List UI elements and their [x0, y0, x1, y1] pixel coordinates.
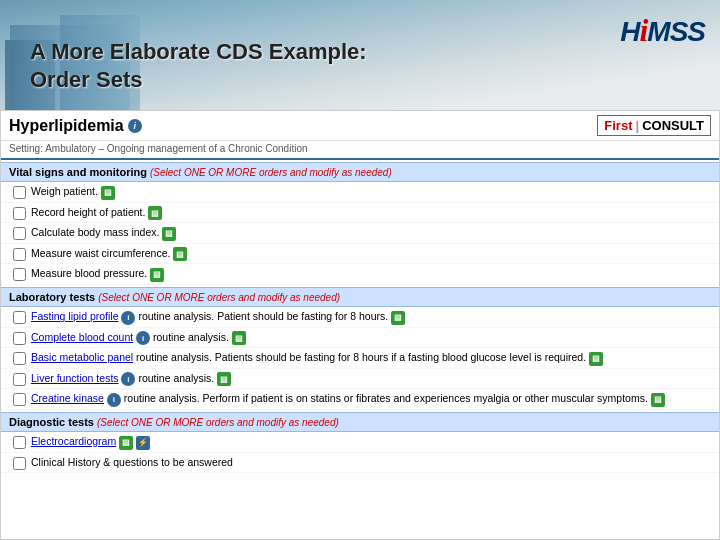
checkbox-ck[interactable]	[13, 393, 26, 406]
info-icon-lipid[interactable]: i	[121, 311, 135, 325]
content-area[interactable]: Hyperlipidemia i First | CONSULT Setting…	[0, 110, 720, 540]
condition-title: Hyperlipidemia i	[9, 117, 142, 135]
order-bmp: Basic metabolic panel routine analysis. …	[1, 348, 719, 369]
doc-icon-cbc[interactable]: ▤	[232, 331, 246, 345]
condition-setting: Setting: Ambulatory – Ongoing management…	[9, 143, 308, 154]
header-title-line1: A More Elaborate CDS Example:	[30, 38, 367, 67]
order-lft: Liver function tests i routine analysis.…	[1, 369, 719, 390]
himss-logo: HiMSS	[620, 12, 705, 49]
order-weigh-patient: Weigh patient. ▤	[1, 182, 719, 203]
checkbox-cbc[interactable]	[13, 332, 26, 345]
order-record-height: Record height of patient. ▤	[1, 203, 719, 224]
checkbox-weigh-patient[interactable]	[13, 186, 26, 199]
doc-icon-ck[interactable]: ▤	[651, 393, 665, 407]
checkbox-record-height[interactable]	[13, 207, 26, 220]
info-icon-ck[interactable]: i	[107, 393, 121, 407]
first-consult-consult: CONSULT	[642, 118, 704, 133]
doc-icon-height[interactable]: ▤	[148, 206, 162, 220]
order-lipid-profile: Fasting lipid profile i routine analysis…	[1, 307, 719, 328]
order-clinical-history: Clinical History & questions to be answe…	[1, 453, 719, 473]
setting-bar: Setting: Ambulatory – Ongoing management…	[1, 141, 719, 160]
doc-icon-lipid[interactable]: ▤	[391, 311, 405, 325]
condition-info-icon[interactable]: i	[128, 119, 142, 133]
section-lab-tests-header: Laboratory tests (Select ONE OR MORE ord…	[1, 287, 719, 307]
order-blood-pressure: Measure blood pressure. ▤	[1, 264, 719, 285]
first-consult-divider: |	[635, 118, 639, 133]
doc-icon-bmp[interactable]: ▤	[589, 352, 603, 366]
doc-icon-weigh[interactable]: ▤	[101, 186, 115, 200]
first-consult-first: First	[604, 118, 632, 133]
checkbox-lipid-profile[interactable]	[13, 311, 26, 324]
header-title-line2: Order Sets	[30, 66, 367, 95]
header-title: A More Elaborate CDS Example: Order Sets	[30, 38, 367, 95]
condition-bar: Hyperlipidemia i First | CONSULT	[1, 111, 719, 141]
extra-icon-ecg[interactable]: ⚡	[136, 436, 150, 450]
condition-name: Hyperlipidemia	[9, 117, 124, 135]
doc-icon-lft[interactable]: ▤	[217, 372, 231, 386]
order-ecg: Electrocardiogram ▤ ⚡	[1, 432, 719, 453]
order-waist: Measure waist circumference. ▤	[1, 244, 719, 265]
checkbox-blood-pressure[interactable]	[13, 268, 26, 281]
section-diagnostic-header: Diagnostic tests (Select ONE OR MORE ord…	[1, 412, 719, 432]
doc-icon-waist[interactable]: ▤	[173, 247, 187, 261]
order-ck: Creatine kinase i routine analysis. Perf…	[1, 389, 719, 410]
checkbox-bmi[interactable]	[13, 227, 26, 240]
checkbox-ecg[interactable]	[13, 436, 26, 449]
first-consult-badge[interactable]: First | CONSULT	[597, 115, 711, 136]
order-cbc: Complete blood count i routine analysis.…	[1, 328, 719, 349]
checkbox-lft[interactable]	[13, 373, 26, 386]
checkbox-clinical-history[interactable]	[13, 457, 26, 470]
doc-icon-ecg[interactable]: ▤	[119, 436, 133, 450]
doc-icon-bmi[interactable]: ▤	[162, 227, 176, 241]
order-bmi: Calculate body mass index. ▤	[1, 223, 719, 244]
header: A More Elaborate CDS Example: Order Sets…	[0, 0, 720, 110]
checkbox-waist[interactable]	[13, 248, 26, 261]
info-icon-lft[interactable]: i	[121, 372, 135, 386]
section-vital-signs-header: Vital signs and monitoring (Select ONE O…	[1, 162, 719, 182]
info-icon-cbc[interactable]: i	[136, 331, 150, 345]
doc-icon-bp[interactable]: ▤	[150, 268, 164, 282]
checkbox-bmp[interactable]	[13, 352, 26, 365]
